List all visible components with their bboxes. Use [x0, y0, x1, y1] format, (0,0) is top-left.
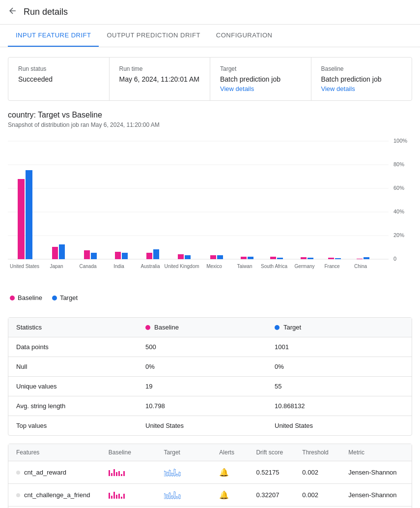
baseline-value: Batch prediction job [321, 75, 402, 83]
stat-label: Data points [16, 343, 145, 351]
svg-rect-62 [167, 472, 168, 476]
stat-baseline-value: 10.798 [145, 402, 275, 410]
statistics-table: Statistics Baseline Target Data points 5… [8, 317, 412, 436]
target-cell: Target Batch prediction job View details [210, 58, 311, 100]
stat-target-value: 0% [275, 363, 404, 370]
target-dot-icon [52, 296, 57, 300]
svg-rect-66 [176, 474, 178, 476]
features-col-drift-score: Drift score [256, 449, 302, 456]
svg-text:China: China [354, 264, 367, 269]
svg-rect-21 [115, 252, 121, 259]
baseline-view-details-link[interactable]: View details [321, 85, 402, 92]
feature-dot-icon [16, 493, 20, 497]
stats-baseline-dot-icon [145, 325, 150, 330]
stat-row: Data points 500 1001 [8, 337, 412, 357]
svg-rect-37 [277, 258, 283, 259]
stat-baseline-value: 0% [145, 363, 275, 370]
chart-svg-container: 100% 80% 60% 40% 20% 0 United States Jap… [8, 136, 412, 290]
target-value: Batch prediction job [220, 75, 301, 83]
stat-target-value: 10.868132 [275, 402, 404, 410]
chart-section: country: Target vs Baseline Snapshot of … [0, 111, 420, 309]
stat-row: Top values United States United States [8, 416, 412, 435]
stat-baseline-value: 19 [145, 383, 275, 390]
features-col-target: Target [164, 449, 220, 456]
svg-rect-50 [113, 469, 115, 476]
bar-chart-svg: 100% 80% 60% 40% 20% 0 United States Jap… [8, 136, 412, 289]
svg-rect-54 [123, 471, 125, 476]
svg-rect-49 [111, 473, 112, 476]
stat-label: Unique values [16, 383, 145, 390]
header: Run details [0, 0, 420, 25]
svg-rect-83 [169, 493, 170, 499]
features-col-features: Features [16, 449, 109, 456]
legend-baseline: Baseline [10, 294, 42, 301]
target-view-details-link[interactable]: View details [220, 85, 301, 92]
feature-target-chart [164, 466, 220, 478]
legend-target: Target [52, 294, 78, 301]
features-table-header: Features Baseline Target Alerts Drift sc… [8, 444, 412, 461]
feature-row: cnt_challenge_a_friend 🔔 0.32207 0.002 J… [8, 484, 412, 507]
legend-baseline-label: Baseline [18, 294, 42, 301]
run-time-cell: Run time May 6, 2024, 11:20:01 AM [110, 58, 211, 100]
svg-rect-40 [308, 258, 313, 259]
stat-baseline-value: United States [145, 422, 275, 429]
svg-rect-33 [241, 257, 247, 259]
stat-label: Avg. string length [16, 402, 145, 410]
svg-text:100%: 100% [393, 138, 407, 144]
svg-rect-30 [210, 255, 216, 259]
svg-rect-27 [178, 254, 184, 259]
feature-baseline-chart [109, 489, 164, 501]
svg-text:Taiwan: Taiwan [237, 264, 252, 269]
feature-name: cnt_ad_reward [16, 469, 109, 476]
svg-rect-28 [185, 255, 191, 259]
features-col-metric: Metric [348, 449, 404, 456]
baseline-dot-icon [10, 296, 15, 300]
svg-rect-86 [176, 497, 178, 499]
svg-rect-43 [335, 258, 341, 259]
svg-rect-73 [121, 497, 122, 499]
stats-target-header: Target [275, 324, 404, 331]
svg-rect-61 [164, 471, 166, 476]
run-status-cell: Run status Succeeded [8, 58, 110, 100]
svg-rect-53 [121, 474, 122, 476]
back-button[interactable] [8, 6, 18, 18]
stat-row: Avg. string length 10.798 10.868132 [8, 396, 412, 416]
stat-label: Top values [16, 422, 145, 429]
svg-rect-71 [116, 495, 117, 499]
svg-rect-24 [146, 253, 152, 259]
feature-rows: cnt_ad_reward 🔔 0.52175 0.002 Jensen-Sha… [8, 461, 412, 508]
baseline-label: Baseline [321, 65, 402, 72]
feature-dot-icon [16, 471, 20, 475]
legend-target-label: Target [60, 294, 78, 301]
svg-rect-63 [169, 470, 170, 476]
svg-text:80%: 80% [393, 161, 404, 167]
run-status-value: Succeeded [18, 75, 99, 83]
tab-input-feature-drift[interactable]: INPUT FEATURE DRIFT [8, 25, 99, 47]
page-title: Run details [24, 7, 68, 17]
chart-title: country: Target vs Baseline [8, 111, 412, 120]
svg-rect-67 [179, 472, 180, 476]
tab-configuration[interactable]: CONFIGURATION [208, 25, 280, 47]
stats-col-header: Statistics [16, 324, 145, 331]
svg-rect-13 [26, 170, 32, 259]
stat-label: Null [16, 363, 145, 370]
feature-name: cnt_challenge_a_friend [16, 491, 109, 499]
stat-target-value: 1001 [275, 343, 404, 351]
run-time-label: Run time [119, 65, 200, 72]
feature-drift-score: 0.52175 [256, 469, 302, 476]
svg-text:40%: 40% [393, 209, 404, 214]
run-info-panel: Run status Succeeded Run time May 6, 202… [8, 57, 412, 101]
chart-legend: Baseline Target [8, 294, 412, 301]
tab-output-prediction-drift[interactable]: OUTPUT PREDICTION DRIFT [99, 25, 208, 47]
svg-rect-25 [153, 249, 159, 259]
svg-rect-51 [116, 472, 117, 476]
svg-text:Canada: Canada [79, 264, 96, 269]
stat-baseline-value: 500 [145, 343, 275, 351]
svg-text:0: 0 [393, 256, 396, 262]
svg-rect-46 [364, 257, 369, 259]
svg-text:United States: United States [10, 264, 39, 269]
stat-target-value: United States [275, 422, 404, 429]
svg-rect-87 [179, 495, 180, 499]
svg-rect-84 [171, 496, 173, 499]
svg-text:Australia: Australia [141, 264, 160, 269]
